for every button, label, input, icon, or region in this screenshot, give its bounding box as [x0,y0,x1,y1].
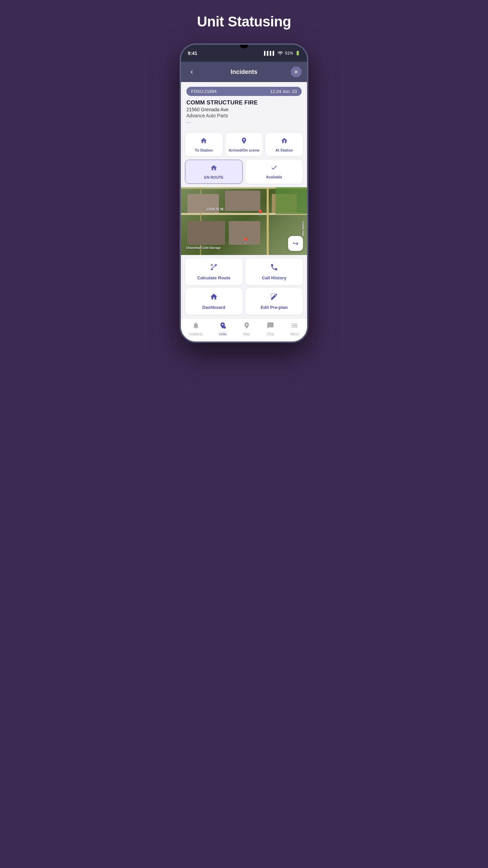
en-route-icon [210,164,218,173]
nav-menu[interactable]: Menu [288,322,302,336]
signal-icon: ▌▌▌▌ [264,51,276,56]
status-btn-available[interactable]: Available [245,160,303,184]
battery-text: 91% [285,51,293,56]
incident-type: COMM STRUCTURE FIRE [186,99,302,106]
status-icons: ▌▌▌▌ 91% 🔋 [264,51,300,56]
calculate-route-button[interactable]: Calculate Route [185,258,243,285]
incident-id-bar: FDSU:21894 11:24 Jun, 23 [186,87,302,96]
svg-point-4 [211,264,212,266]
turn-icon: ↪ [293,239,299,248]
wifi-icon [278,51,283,56]
close-button[interactable]: ✕ [291,66,302,77]
building-2 [225,191,260,211]
edit-preplan-icon [270,293,278,303]
notch [240,45,248,48]
phone-content: ‹ Incidents ✕ FDSU:21894 11:24 Jun, 23 C… [181,62,307,341]
call-history-button[interactable]: Call History [245,258,303,285]
incidents-nav-label: Incidents [189,332,203,336]
en-route-label: EN ROUTE [204,175,224,179]
page-title: Unit Statusing [197,14,291,30]
back-button[interactable]: ‹ [186,66,197,77]
call-history-icon [270,263,278,273]
phone-shell: 9:41 ▌▌▌▌ 91% 🔋 ‹ Incidents ✕ [180,43,308,343]
dashboard-label: Dashboard [202,305,225,310]
map-container[interactable]: 215th St W Cloverleaf Cold Storage Cedar… [181,187,307,255]
incident-extra: --- [186,120,302,125]
action-buttons: Calculate Route Call History Dashboard [181,255,307,318]
edit-preplan-label: Edit Pre-plan [261,305,288,310]
status-buttons-row1: To Station Arrived/On scene At Statio [181,130,307,160]
nav-map[interactable]: Map [240,322,253,336]
available-icon [270,164,278,173]
incident-address: 21560 Grenada Ave [186,107,302,112]
dashboard-icon [210,293,218,303]
calculate-route-icon [210,263,218,273]
status-bar: 9:41 ▌▌▌▌ 91% 🔋 [181,45,307,62]
map-nav-label: Map [243,332,250,336]
svg-line-3 [212,266,215,268]
units-nav-icon [219,322,226,331]
status-btn-at-station[interactable]: At Station [265,133,303,156]
edit-preplan-button[interactable]: Edit Pre-plan [245,288,303,315]
map-navigate-button[interactable]: ↪ [288,236,303,251]
status-time: 9:41 [188,51,197,56]
back-icon: ‹ [190,67,193,76]
status-buttons-row2: EN ROUTE Available [181,160,307,187]
nav-chat[interactable]: Chat [264,322,277,336]
incident-name: Advance Auto Parts [186,113,302,118]
chat-nav-label: Chat [267,332,274,336]
available-label: Available [266,175,282,179]
map-pin-1: 📍 [257,210,264,217]
app-header: ‹ Incidents ✕ [181,62,307,82]
map-pin-2: 📍 [242,237,249,245]
map-background: 215th St W Cloverleaf Cold Storage Cedar… [181,187,307,255]
arrived-icon [240,137,248,146]
status-btn-to-station[interactable]: To Station [185,133,223,156]
menu-nav-icon [291,322,298,331]
units-nav-label: Units [219,332,227,336]
header-title: Incidents [230,68,257,76]
status-btn-en-route[interactable]: EN ROUTE [185,160,243,184]
menu-nav-label: Menu [290,332,299,336]
map-nav-icon [243,322,250,331]
svg-point-6 [223,326,226,329]
incident-section: FDSU:21894 11:24 Jun, 23 COMM STRUCTURE … [181,82,307,130]
nav-incidents[interactable]: Incidents [186,322,205,336]
to-station-icon [200,137,207,146]
street-label-215: 215th St W [206,208,223,211]
incident-id: FDSU:21894 [191,89,217,94]
green-area [276,187,307,214]
bottom-nav: Incidents Units Map [181,318,307,341]
call-history-label: Call History [262,275,286,280]
incidents-nav-icon [192,322,200,331]
battery-icon: 🔋 [295,51,300,56]
close-icon: ✕ [294,69,298,75]
cedar-ave-label: Cedar Ave [301,221,305,236]
svg-point-0 [284,140,285,141]
status-btn-arrived[interactable]: Arrived/On scene [225,133,263,156]
dashboard-button[interactable]: Dashboard [185,288,243,315]
to-station-label: To Station [195,148,213,152]
building-3 [187,221,225,245]
road-vertical-1 [267,187,269,255]
arrived-label: Arrived/On scene [228,148,259,152]
calculate-route-label: Calculate Route [197,275,230,280]
nav-units[interactable]: Units [216,322,229,336]
at-station-icon [281,137,288,146]
chat-nav-icon [267,322,274,331]
storage-label: Cloverleaf Cold Storage [186,246,221,250]
at-station-label: At Station [276,148,293,152]
incident-timestamp: 11:24 Jun, 23 [270,89,297,94]
